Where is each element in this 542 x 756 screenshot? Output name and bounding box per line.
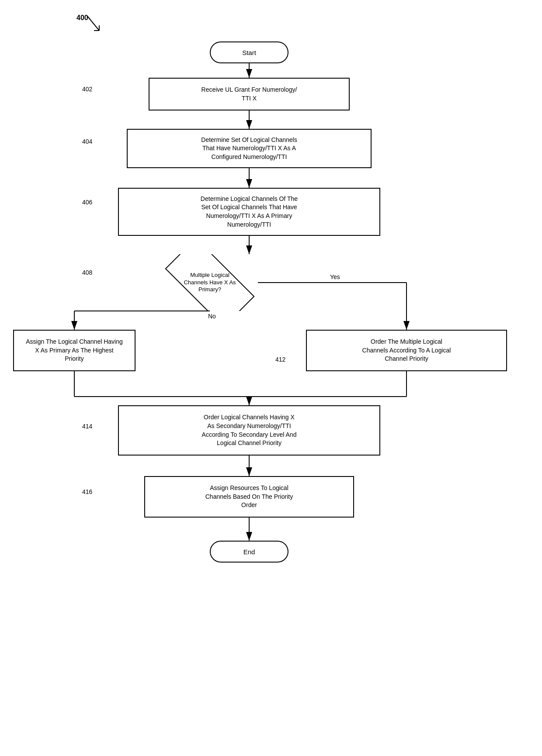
node-414: Order Logical Channels Having XAs Second… bbox=[118, 405, 380, 456]
figure-arrow bbox=[85, 14, 103, 31]
node-416: Assign Resources To LogicalChannels Base… bbox=[144, 476, 354, 518]
node-408-diamond: Multiple LogicalChannels Have X AsPrimar… bbox=[162, 254, 258, 311]
node-412: Order The Multiple LogicalChannels Accor… bbox=[306, 330, 507, 371]
end-node: End bbox=[210, 541, 288, 563]
ref-412: 412 bbox=[275, 356, 285, 363]
ref-402: 402 bbox=[82, 86, 92, 93]
node-410: Assign The Logical Channel HavingX As Pr… bbox=[13, 330, 136, 371]
ref-404: 404 bbox=[82, 138, 92, 145]
no-label: No bbox=[208, 313, 216, 320]
ref-416: 416 bbox=[82, 488, 92, 495]
node-406: Determine Logical Channels Of TheSet Of … bbox=[118, 188, 380, 236]
svg-line-0 bbox=[87, 16, 99, 31]
ref-408: 408 bbox=[82, 269, 92, 276]
ref-414: 414 bbox=[82, 423, 92, 430]
yes-label: Yes bbox=[330, 273, 340, 280]
ref-406: 406 bbox=[82, 199, 92, 206]
flow-arrows bbox=[0, 0, 542, 756]
diagram-container: 400 Start 402 Receive UL Grant For Numer… bbox=[0, 0, 542, 756]
node-404: Determine Set Of Logical ChannelsThat Ha… bbox=[127, 129, 372, 168]
node-402: Receive UL Grant For Numerology/TTI X bbox=[149, 78, 350, 110]
start-node: Start bbox=[210, 41, 288, 63]
